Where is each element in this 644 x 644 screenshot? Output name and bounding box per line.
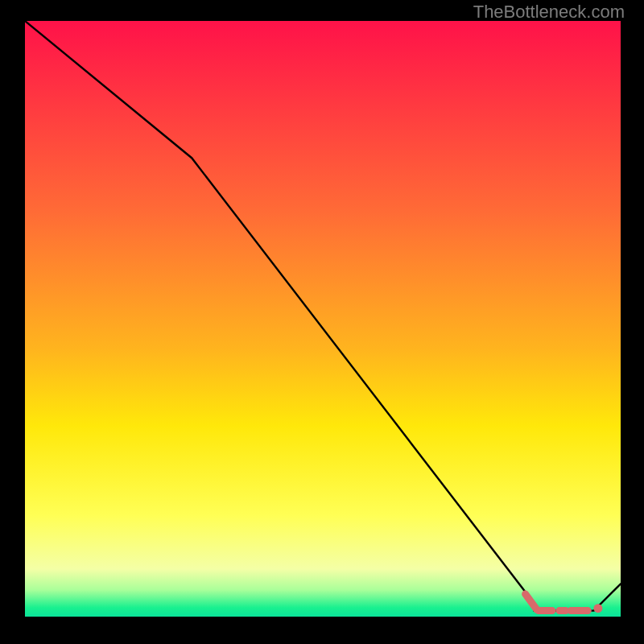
chart-frame: TheBottleneck.com — [0, 0, 644, 644]
plot-area — [25, 21, 621, 617]
plot-svg — [25, 21, 621, 617]
gradient-background — [25, 21, 621, 617]
highlight-point — [593, 604, 602, 613]
watermark-text: TheBottleneck.com — [473, 2, 625, 23]
